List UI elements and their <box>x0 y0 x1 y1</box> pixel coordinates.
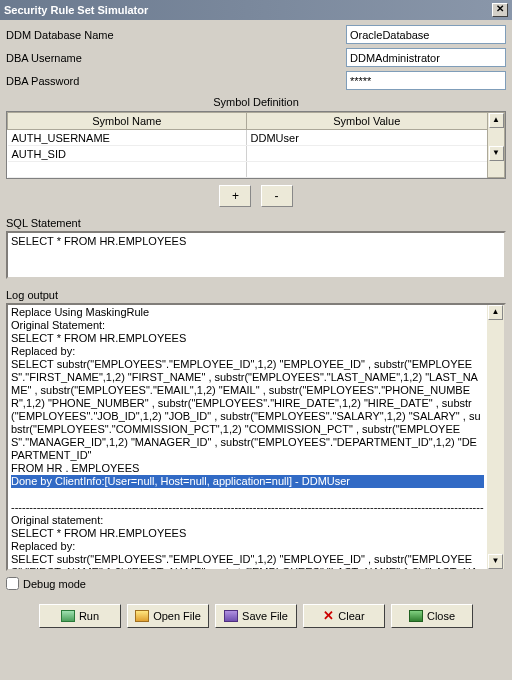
window-title: Security Rule Set Simulator <box>4 4 148 16</box>
close-icon <box>409 610 423 622</box>
sql-statement-label: SQL Statement <box>6 217 506 229</box>
title-bar: Security Rule Set Simulator ✕ <box>0 0 512 20</box>
add-symbol-button[interactable]: + <box>219 185 251 207</box>
save-file-label: Save File <box>242 610 288 622</box>
dba-username-label: DBA Username <box>6 52 346 64</box>
symbol-value-header[interactable]: Symbol Value <box>246 113 487 130</box>
symbol-name-cell[interactable] <box>8 162 247 178</box>
save-icon <box>224 610 238 622</box>
sql-statement-input[interactable]: SELECT * FROM HR.EMPLOYEES <box>6 231 506 279</box>
symbol-definition-title: Symbol Definition <box>6 96 506 108</box>
run-button-label: Run <box>79 610 99 622</box>
remove-symbol-button[interactable]: - <box>261 185 293 207</box>
log-line: Original statement: <box>11 514 484 527</box>
scroll-up-icon[interactable]: ▲ <box>489 113 504 128</box>
log-line: SELECT * FROM HR.EMPLOYEES <box>11 332 484 345</box>
symbol-table: Symbol Name Symbol Value ▲ ▼ AUTH_USERNA… <box>6 111 506 179</box>
scroll-down-icon[interactable]: ▼ <box>489 146 504 161</box>
symbol-name-header[interactable]: Symbol Name <box>8 113 247 130</box>
clear-icon: ✕ <box>323 610 334 622</box>
dba-username-input[interactable] <box>346 48 506 67</box>
run-icon <box>61 610 75 622</box>
open-file-label: Open File <box>153 610 201 622</box>
symbol-value-cell[interactable] <box>246 146 487 162</box>
close-button[interactable]: Close <box>391 604 473 628</box>
symbol-name-cell[interactable]: AUTH_USERNAME <box>8 130 247 146</box>
log-line: SELECT * FROM HR.EMPLOYEES <box>11 527 484 540</box>
log-line: Replaced by: <box>11 540 484 553</box>
log-output-box[interactable]: Replace Using MaskingRule Original State… <box>6 303 506 571</box>
dba-password-label: DBA Password <box>6 75 346 87</box>
log-line: FROM HR . EMPLOYEES <box>11 462 484 475</box>
dba-password-input[interactable] <box>346 71 506 90</box>
symbol-value-cell[interactable] <box>246 162 487 178</box>
log-line: SELECT substr("EMPLOYEES"."EMPLOYEE_ID",… <box>11 358 484 462</box>
table-row[interactable] <box>8 162 505 178</box>
open-file-button[interactable]: Open File <box>127 604 209 628</box>
run-button[interactable]: Run <box>39 604 121 628</box>
log-line: Original Statement: <box>11 319 484 332</box>
table-row[interactable]: AUTH_USERNAME DDMUser <box>8 130 505 146</box>
log-line: Replaced by: <box>11 345 484 358</box>
log-output-label: Log output <box>6 289 506 301</box>
close-button-label: Close <box>427 610 455 622</box>
scroll-down-icon[interactable]: ▼ <box>488 554 503 569</box>
clear-button[interactable]: ✕ Clear <box>303 604 385 628</box>
ddm-database-label: DDM Database Name <box>6 29 346 41</box>
log-line: SELECT substr("EMPLOYEES"."EMPLOYEE_ID",… <box>11 553 484 571</box>
symbol-value-cell[interactable]: DDMUser <box>246 130 487 146</box>
table-row[interactable]: AUTH_SID <box>8 146 505 162</box>
symbol-name-cell[interactable]: AUTH_SID <box>8 146 247 162</box>
log-line-highlight: Done by ClientInfo:[User=null, Host=null… <box>11 475 484 488</box>
window-close-button[interactable]: ✕ <box>492 3 508 17</box>
debug-mode-checkbox[interactable] <box>6 577 19 590</box>
log-line: Replace Using MaskingRule <box>11 306 484 319</box>
debug-mode-label: Debug mode <box>23 578 86 590</box>
folder-open-icon <box>135 610 149 622</box>
scroll-up-icon[interactable]: ▲ <box>488 305 503 320</box>
ddm-database-input[interactable] <box>346 25 506 44</box>
save-file-button[interactable]: Save File <box>215 604 297 628</box>
log-scrollbar[interactable]: ▲ ▼ <box>487 305 504 569</box>
log-line: ----------------------------------------… <box>11 501 484 514</box>
clear-button-label: Clear <box>338 610 364 622</box>
